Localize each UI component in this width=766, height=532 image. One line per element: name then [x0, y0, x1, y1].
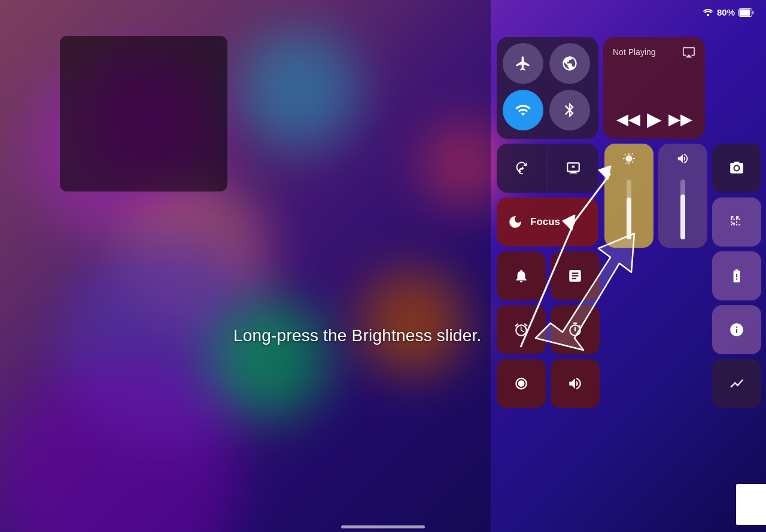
- cc-left-column: Focus: [497, 144, 600, 408]
- svg-point-0: [707, 14, 709, 16]
- svg-point-5: [518, 381, 525, 387]
- screen-record-button[interactable]: [497, 359, 546, 408]
- camera-button[interactable]: [712, 144, 761, 193]
- announce-notifications-button[interactable]: [497, 251, 546, 300]
- brightness-slider[interactable]: [604, 144, 653, 248]
- now-playing-header: Not Playing: [613, 45, 695, 59]
- timer-button[interactable]: [551, 305, 600, 354]
- play-button[interactable]: ▶: [647, 108, 662, 130]
- now-playing-title: Not Playing: [613, 47, 656, 57]
- connectivity-block: [497, 37, 598, 139]
- stocks-button[interactable]: [712, 359, 761, 408]
- qr-code-button[interactable]: [712, 197, 761, 247]
- lock-rotation-button[interactable]: [497, 144, 548, 193]
- airplay-icon[interactable]: [682, 45, 695, 59]
- control-center: Not Playing ◀◀ ▶ ▶▶: [497, 37, 761, 408]
- svg-rect-3: [752, 11, 754, 14]
- cc-small-row-3: [497, 359, 600, 408]
- wifi-button[interactable]: [503, 90, 543, 130]
- playback-controls: ◀◀ ▶ ▶▶: [613, 108, 695, 130]
- bluetooth-button[interactable]: [549, 90, 590, 130]
- clock-button[interactable]: [497, 305, 546, 354]
- volume-slider[interactable]: [658, 144, 707, 248]
- airplane-mode-button[interactable]: [503, 43, 543, 84]
- volume-icon: [676, 152, 689, 169]
- cc-row-2: Focus: [497, 144, 761, 408]
- cc-row-1: Not Playing ◀◀ ▶ ▶▶: [497, 37, 761, 139]
- status-bar: 80%: [703, 7, 754, 17]
- screen-mirror-button[interactable]: [548, 144, 599, 193]
- focus-label: Focus: [530, 216, 560, 228]
- brightness-icon: [622, 152, 636, 169]
- focus-button[interactable]: Focus: [497, 197, 598, 247]
- rewind-button[interactable]: ◀◀: [616, 110, 640, 129]
- white-box: [736, 484, 766, 525]
- lock-mirror-block: [497, 144, 598, 193]
- battery-icon: [738, 8, 754, 17]
- svg-rect-2: [740, 9, 750, 16]
- battery-percent: 80%: [717, 7, 735, 17]
- battery-status-button[interactable]: [712, 251, 761, 300]
- cc-right-column: [712, 144, 761, 408]
- notes-button[interactable]: [551, 251, 600, 300]
- hotspot-button[interactable]: [549, 43, 590, 84]
- cc-small-row-1: [497, 251, 600, 300]
- cc-small-row-2: [497, 305, 600, 354]
- volume-track: [680, 180, 685, 239]
- now-playing-block: Not Playing ◀◀ ▶ ▶▶: [603, 37, 705, 139]
- sound-recognition-button[interactable]: [551, 359, 600, 408]
- shazam-button[interactable]: [712, 305, 761, 354]
- brightness-track: [627, 180, 631, 239]
- wifi-status-icon: [703, 8, 713, 17]
- instruction-text: Long-press the Brightness slider.: [233, 326, 481, 345]
- home-indicator[interactable]: [341, 525, 425, 528]
- forward-button[interactable]: ▶▶: [668, 110, 692, 129]
